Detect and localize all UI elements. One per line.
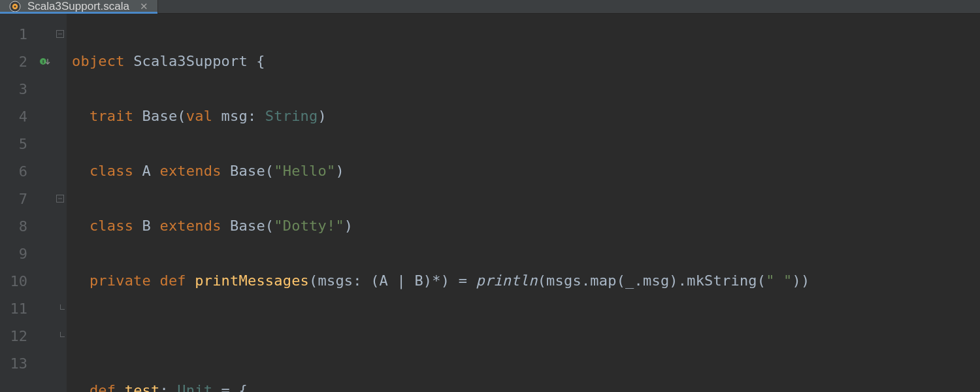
tab-filename: Scala3Support.scala — [27, 0, 129, 13]
code-area[interactable]: object Scala3Support { trait Base(val ms… — [67, 14, 980, 392]
code-line: def test: Unit = { — [72, 377, 980, 392]
svg-point-2 — [14, 5, 16, 7]
line-number: 7 — [0, 191, 37, 207]
line-number: 2 — [0, 54, 37, 70]
file-tab[interactable]: Scala3Support.scala ✕ — [0, 0, 158, 13]
line-number: 8 — [0, 218, 37, 235]
code-line: class B extends Base("Dotty!") — [72, 212, 980, 240]
close-icon[interactable]: ✕ — [140, 1, 148, 12]
line-number: 13 — [0, 355, 37, 372]
gutter: 1 2 I 3 4 5 6 7 8 9 10 11 12 13 — [0, 14, 67, 392]
implementing-method-icon[interactable]: I — [40, 56, 50, 67]
line-number: 9 — [0, 246, 37, 262]
code-line: class A extends Base("Hello") — [72, 157, 980, 185]
line-number: 6 — [0, 163, 37, 180]
line-number: 4 — [0, 108, 37, 125]
line-number: 12 — [0, 328, 37, 344]
line-number: 5 — [0, 136, 37, 152]
fold-handle[interactable] — [56, 195, 64, 203]
code-line — [72, 322, 980, 350]
code-line: private def printMessages(msgs: (A | B)*… — [72, 267, 980, 295]
tab-bar: Scala3Support.scala ✕ — [0, 0, 980, 14]
line-number: 11 — [0, 301, 37, 317]
fold-end-icon — [56, 332, 64, 340]
editor-window: Scala3Support.scala ✕ 1 2 I 3 4 5 6 7 8 … — [0, 0, 980, 392]
fold-handle[interactable] — [56, 30, 64, 38]
code-line: object Scala3Support { — [72, 48, 980, 75]
scala-file-icon — [9, 1, 21, 12]
svg-text:I: I — [42, 59, 44, 65]
editor-body: 1 2 I 3 4 5 6 7 8 9 10 11 12 13 object S… — [0, 14, 980, 392]
fold-end-icon — [56, 304, 64, 312]
code-line: trait Base(val msg: String) — [72, 103, 980, 130]
line-number: 10 — [0, 273, 37, 289]
line-number: 1 — [0, 26, 37, 42]
line-number: 3 — [0, 81, 37, 97]
